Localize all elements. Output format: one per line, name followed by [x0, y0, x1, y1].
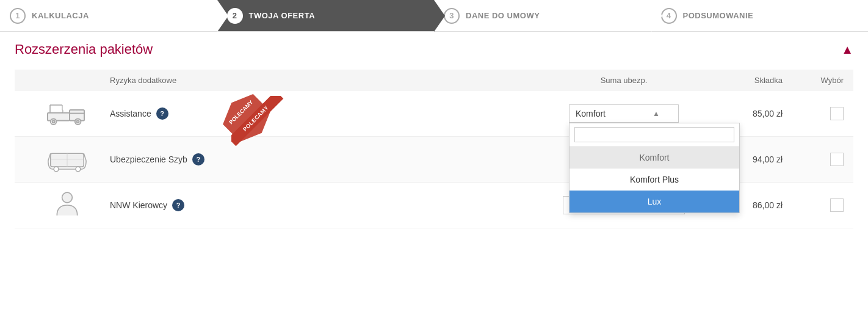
svg-point-18 [76, 167, 81, 172]
wizard-step-podsumowanie[interactable]: 4 PODSUMOWANIE [651, 0, 869, 31]
windshield-info-button[interactable]: ? [192, 153, 204, 165]
step-label-3: DANE DO UMOWY [466, 11, 540, 20]
step-label-4: PODSUMOWANIE [683, 11, 754, 20]
step-label-2: TWOJA OFERTA [249, 11, 316, 20]
nnw-info-button[interactable]: ? [172, 199, 184, 211]
col-header-ryzyka: Ryzyka dodatkowe [110, 76, 563, 85]
step-number-1: 1 [10, 8, 26, 24]
assistance-select-arrow: ▲ [653, 109, 660, 118]
row-select-windshield [783, 153, 844, 166]
collapse-section-button[interactable]: ▲ [841, 43, 853, 57]
step-number-2: 2 [227, 8, 243, 24]
step-number-3: 3 [444, 8, 460, 24]
assistance-dropdown-panel: Komfort Komfort Plus Lux [569, 123, 740, 213]
assistance-checkbox[interactable] [830, 107, 844, 120]
dropdown-option-komfort-plus[interactable]: Komfort Plus [570, 169, 739, 191]
col-header-wybor: Wybór [783, 76, 844, 85]
assistance-info-button[interactable]: ? [156, 107, 168, 120]
wizard-step-twoja-oferta[interactable]: 2 TWOJA OFERTA [217, 0, 435, 31]
assistance-select-wrapper: Komfort ▲ Komfort Komfort Plus Lux [569, 104, 679, 123]
col-header-suma: Suma ubezp. [563, 76, 685, 85]
row-select-assistance [783, 107, 844, 120]
table-row: Assistance ? POLECAMY POLECAMY [15, 91, 853, 137]
dropdown-option-lux[interactable]: Lux [570, 191, 739, 213]
dropdown-option-komfort[interactable]: Komfort [570, 147, 739, 169]
dropdown-search-input[interactable] [574, 127, 734, 142]
svg-point-19 [62, 192, 73, 203]
svg-point-6 [77, 120, 79, 123]
windshield-checkbox[interactable] [830, 153, 844, 166]
dropdown-search-container [570, 123, 739, 147]
windshield-icon [46, 144, 89, 175]
page-content: Rozszerzenia pakietów ▲ Ryzyka dodatkowe… [0, 32, 868, 238]
row-sum-assistance: Komfort ▲ Komfort Komfort Plus Lux [563, 104, 685, 123]
driver-icon [49, 190, 85, 220]
svg-point-17 [54, 167, 59, 172]
assistance-select-value: Komfort [576, 109, 606, 118]
assistance-select-button[interactable]: Komfort ▲ [569, 104, 679, 123]
table-header: Ryzyka dodatkowe Suma ubezp. Składka Wyb… [15, 70, 853, 91]
label-assistance-text: Assistance [110, 109, 151, 118]
svg-point-4 [52, 120, 55, 123]
label-nnw-text: NNW Kierowcy [110, 200, 167, 210]
row-select-nnw [783, 198, 844, 212]
wizard-step-kalkulacja[interactable]: 1 KALKULACJA [0, 0, 217, 31]
row-label-windshield: Ubezpieczenie Szyb ? [110, 153, 563, 165]
step-label-1: KALKULACJA [32, 11, 89, 20]
wizard-steps: 1 KALKULACJA 2 TWOJA OFERTA 3 DANE DO UM… [0, 0, 868, 32]
section-header: Rozszerzenia pakietów ▲ [15, 42, 853, 57]
section-title: Rozszerzenia pakietów [15, 42, 153, 57]
row-icon-nnw [24, 190, 110, 220]
nnw-checkbox[interactable] [830, 198, 844, 212]
row-icon-assistance [24, 98, 110, 129]
row-price-assistance: 85,00 zł [685, 109, 783, 118]
row-label-nnw: NNW Kierowcy ? [110, 199, 563, 211]
row-icon-windshield [24, 144, 110, 175]
tow-truck-icon [43, 98, 92, 129]
row-label-assistance: Assistance ? [110, 107, 563, 120]
label-windshield-text: Ubezpieczenie Szyb [110, 154, 187, 164]
table-container: Ryzyka dodatkowe Suma ubezp. Składka Wyb… [15, 70, 853, 228]
col-header-skladka: Składka [685, 76, 783, 85]
step-number-4: 4 [661, 8, 677, 24]
wizard-step-dane-do-umowy[interactable]: 3 DANE DO UMOWY [434, 0, 651, 31]
col-header-icon [24, 76, 110, 85]
